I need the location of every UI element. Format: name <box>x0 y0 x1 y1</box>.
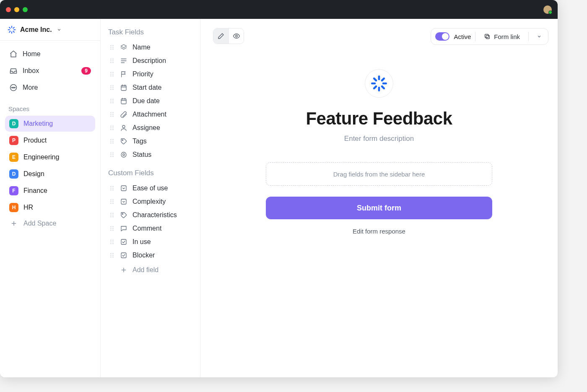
plus-icon <box>120 266 127 274</box>
field-item-complexity[interactable]: Complexity <box>108 195 194 208</box>
field-item-priority[interactable]: Priority <box>108 67 194 81</box>
form-title[interactable]: Feature Feedback <box>306 109 452 129</box>
paperclip-icon <box>120 111 127 118</box>
svg-line-3 <box>13 31 14 32</box>
drag-handle-icon[interactable] <box>110 239 115 245</box>
workspace-switcher[interactable]: Acme Inc. <box>0 19 100 41</box>
drag-handle-icon[interactable] <box>110 125 115 131</box>
field-label: Description <box>132 57 166 65</box>
drag-handle-icon[interactable] <box>110 112 115 117</box>
drag-handle-icon[interactable] <box>110 199 115 205</box>
field-label: Complexity <box>132 198 166 205</box>
nav-inbox[interactable]: Inbox 9 <box>5 63 95 78</box>
space-item-design[interactable]: DDesign <box>5 166 95 182</box>
field-item-description[interactable]: Description <box>108 54 194 67</box>
field-label: In use <box>132 238 151 246</box>
svg-point-16 <box>235 35 237 37</box>
drag-handle-icon[interactable] <box>110 252 115 258</box>
space-item-engineering[interactable]: EEngineering <box>5 149 95 165</box>
preview-mode-button[interactable] <box>229 29 244 44</box>
space-avatar: P <box>9 136 18 145</box>
add-field-button[interactable]: Add field <box>108 262 194 278</box>
space-label: Finance <box>23 187 47 195</box>
active-label: Active <box>454 33 471 40</box>
edit-form-response-link[interactable]: Edit form response <box>353 228 405 235</box>
dropdown-icon <box>120 198 127 205</box>
space-avatar: E <box>9 153 18 162</box>
form-description-placeholder[interactable]: Enter form description <box>344 135 414 143</box>
field-label: Characteristics <box>132 211 177 219</box>
space-item-marketing[interactable]: DMarketing <box>5 116 95 132</box>
primary-sidebar: Acme Inc. Home Inbox 9 <box>0 19 101 377</box>
form-options-menu[interactable] <box>533 32 545 41</box>
edit-mode-button[interactable] <box>213 29 229 44</box>
field-item-blocker[interactable]: Blocker <box>108 249 194 262</box>
nav-more[interactable]: More <box>5 80 95 95</box>
drag-handle-icon[interactable] <box>110 138 115 144</box>
user-avatar[interactable] <box>543 5 552 14</box>
drag-handle-icon[interactable] <box>110 185 115 191</box>
field-item-start-date[interactable]: Start date <box>108 81 194 94</box>
drag-handle-icon[interactable] <box>110 212 115 218</box>
maximize-window-button[interactable] <box>23 7 28 12</box>
add-space-button[interactable]: Add Space <box>5 215 95 231</box>
field-item-ease-of-use[interactable]: Ease of use <box>108 182 194 195</box>
space-avatar: D <box>9 169 18 179</box>
submit-form-button[interactable]: Submit form <box>266 197 492 219</box>
space-item-hr[interactable]: HHR <box>5 200 95 215</box>
svg-line-7 <box>13 27 14 28</box>
drag-handle-icon[interactable] <box>110 98 115 104</box>
logo-icon <box>8 26 16 34</box>
svg-line-21 <box>374 78 376 80</box>
close-window-button[interactable] <box>6 7 11 12</box>
comment-icon <box>120 225 127 232</box>
form-link-button[interactable]: Form link <box>480 31 524 42</box>
dropdown-icon <box>120 184 127 192</box>
field-item-characteristics[interactable]: Characteristics <box>108 208 194 222</box>
space-item-finance[interactable]: FFinance <box>5 183 95 199</box>
form-logo[interactable] <box>365 69 393 98</box>
field-label: Due date <box>132 97 160 105</box>
field-item-in-use[interactable]: In use <box>108 235 194 249</box>
drag-handle-icon[interactable] <box>110 152 115 158</box>
space-item-product[interactable]: PProduct <box>5 132 95 148</box>
field-item-comment[interactable]: Comment <box>108 222 194 235</box>
svg-rect-18 <box>486 35 490 39</box>
field-item-attachment[interactable]: Attachment <box>108 108 194 121</box>
field-item-status[interactable]: Status <box>108 148 194 161</box>
field-label: Status <box>132 151 151 158</box>
drag-handle-icon[interactable] <box>110 85 115 91</box>
field-item-tags[interactable]: Tags <box>108 135 194 148</box>
fields-dropzone[interactable]: Drag fields from the sidebar here <box>266 162 492 186</box>
inbox-icon <box>9 67 18 75</box>
flag-icon <box>120 70 127 78</box>
field-item-name[interactable]: Name <box>108 41 194 54</box>
calendar-icon <box>120 84 127 91</box>
field-label: Blocker <box>132 252 155 259</box>
drag-handle-icon[interactable] <box>110 226 115 231</box>
inbox-badge: 9 <box>81 67 91 75</box>
svg-line-2 <box>9 27 10 28</box>
field-label: Start date <box>132 84 161 91</box>
field-label: Tags <box>132 138 147 145</box>
space-label: Product <box>23 137 47 144</box>
person-icon <box>120 124 127 132</box>
svg-line-22 <box>382 86 384 88</box>
drag-handle-icon[interactable] <box>110 44 115 50</box>
field-item-assignee[interactable]: Assignee <box>108 121 194 135</box>
drag-handle-icon[interactable] <box>110 71 115 77</box>
home-icon <box>9 50 18 58</box>
minimize-window-button[interactable] <box>14 7 19 12</box>
nav-home[interactable]: Home <box>5 47 95 62</box>
field-label: Priority <box>132 70 153 78</box>
space-avatar: F <box>9 186 18 195</box>
drag-handle-icon[interactable] <box>110 58 115 64</box>
active-toggle[interactable] <box>435 32 449 41</box>
field-item-due-date[interactable]: Due date <box>108 94 194 108</box>
svg-line-26 <box>382 78 384 80</box>
plus-icon <box>9 220 18 227</box>
divider <box>475 32 475 41</box>
custom-fields-heading: Custom Fields <box>108 169 194 177</box>
svg-rect-17 <box>485 34 488 38</box>
chevron-down-icon <box>56 27 62 33</box>
